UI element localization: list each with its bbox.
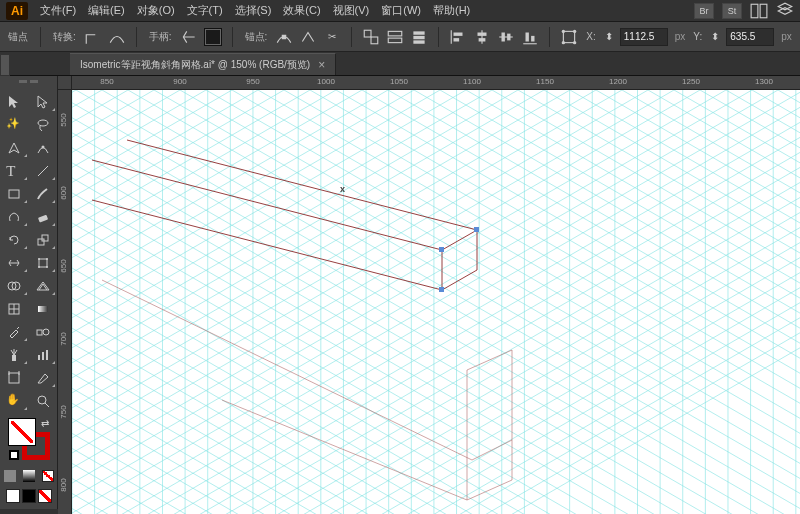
anchors-label: 锚点: — [245, 30, 268, 44]
y-field[interactable] — [726, 28, 774, 46]
swatch-none[interactable] — [38, 489, 52, 503]
show-handles-icon[interactable] — [180, 28, 198, 46]
ruler-origin[interactable] — [58, 76, 72, 90]
menu-edit[interactable]: 编辑(E) — [88, 3, 125, 18]
svg-rect-6 — [389, 38, 403, 43]
svg-line-256 — [127, 140, 477, 230]
menu-object[interactable]: 对象(O) — [137, 3, 175, 18]
zoom-tool[interactable] — [29, 389, 58, 412]
gpu-icon[interactable] — [776, 2, 794, 20]
svg-rect-51 — [9, 373, 19, 383]
toolbox: ✨ T ✋ ⇄ — [0, 76, 58, 509]
align-left-icon[interactable] — [449, 28, 467, 46]
menu-select[interactable]: 选择(S) — [235, 3, 272, 18]
swatch-black[interactable] — [22, 489, 36, 503]
align-to-pixel-icon[interactable] — [386, 28, 404, 46]
symbol-sprayer-tool[interactable] — [0, 343, 29, 366]
stock-button[interactable]: St — [722, 3, 742, 19]
type-tool[interactable]: T — [0, 159, 29, 182]
free-transform-tool[interactable] — [29, 251, 58, 274]
handles-swatch[interactable] — [204, 28, 222, 46]
remove-anchor-icon[interactable] — [275, 28, 293, 46]
svg-point-54 — [38, 396, 46, 404]
svg-rect-44 — [38, 306, 48, 312]
swap-fill-stroke-icon[interactable]: ⇄ — [41, 418, 49, 429]
y-link-icon[interactable]: ⬍ — [710, 28, 720, 46]
hand-tool[interactable]: ✋ — [0, 389, 29, 412]
ruler-tick: 600 — [59, 186, 68, 199]
collapsed-panel-tab[interactable] — [0, 54, 10, 76]
selection-tool[interactable] — [0, 90, 29, 113]
convert-corner-icon[interactable] — [84, 28, 102, 46]
x-unit: px — [675, 31, 686, 42]
curvature-tool[interactable] — [29, 136, 58, 159]
svg-rect-8 — [414, 35, 425, 38]
document-tab[interactable]: Isometric等距视角斜角网格.ai* @ 150% (RGB/预览) × — [70, 53, 336, 75]
isolate-icon[interactable] — [362, 28, 380, 46]
gradient-tool[interactable] — [29, 297, 58, 320]
menu-file[interactable]: 文件(F) — [40, 3, 76, 18]
menu-view[interactable]: 视图(V) — [333, 3, 370, 18]
convert-smooth-icon[interactable] — [108, 28, 126, 46]
ruler-vertical[interactable]: 550600650700750800 — [58, 90, 72, 514]
svg-rect-266 — [474, 227, 479, 232]
stack-icon[interactable] — [410, 28, 428, 46]
y-unit: px — [781, 31, 792, 42]
eraser-tool[interactable] — [29, 205, 58, 228]
control-bar: 锚点 转换: 手柄: 锚点: ✂ X: ⬍ px Y: ⬍ px — [0, 22, 800, 52]
x-link-icon[interactable]: ⬍ — [604, 28, 614, 46]
ruler-tick: 650 — [59, 259, 68, 272]
close-tab-icon[interactable]: × — [318, 58, 325, 72]
ruler-tick: 700 — [59, 332, 68, 345]
ruler-tick: 900 — [173, 77, 186, 86]
blend-tool[interactable] — [29, 320, 58, 343]
shaper-tool[interactable] — [0, 205, 29, 228]
artboard[interactable]: x — [72, 90, 800, 514]
width-tool[interactable] — [0, 251, 29, 274]
shape-builder-tool[interactable] — [0, 274, 29, 297]
arrange-docs-icon[interactable] — [750, 2, 768, 20]
toolbox-grip[interactable] — [0, 80, 57, 90]
svg-rect-2 — [282, 34, 287, 39]
rotate-tool[interactable] — [0, 228, 29, 251]
direct-selection-tool[interactable] — [29, 90, 58, 113]
swatch-white[interactable] — [6, 489, 20, 503]
perspective-grid-tool[interactable] — [29, 274, 58, 297]
svg-point-28 — [41, 145, 44, 148]
eyedropper-tool[interactable] — [0, 320, 29, 343]
column-graph-tool[interactable] — [29, 343, 58, 366]
default-fill-stroke-icon[interactable] — [9, 450, 19, 460]
align-hcenter-icon[interactable] — [473, 28, 491, 46]
x-field[interactable] — [620, 28, 668, 46]
ruler-tick: 950 — [246, 77, 259, 86]
align-bottom-icon[interactable] — [521, 28, 539, 46]
paintbrush-tool[interactable] — [29, 182, 58, 205]
gradient-mode-button[interactable] — [19, 464, 38, 487]
mesh-tool[interactable] — [0, 297, 29, 320]
magic-wand-tool[interactable]: ✨ — [0, 113, 29, 136]
artboard-tool[interactable] — [0, 366, 29, 389]
line-tool[interactable] — [29, 159, 58, 182]
align-vcenter-icon[interactable] — [497, 28, 515, 46]
lasso-tool[interactable] — [29, 113, 58, 136]
pen-tool[interactable] — [0, 136, 29, 159]
bridge-button[interactable]: Br — [694, 3, 714, 19]
menu-effect[interactable]: 效果(C) — [283, 3, 320, 18]
fill-swatch[interactable] — [8, 418, 36, 446]
menu-window[interactable]: 窗口(W) — [381, 3, 421, 18]
color-mode-button[interactable] — [0, 464, 19, 487]
connect-path-icon[interactable] — [299, 28, 317, 46]
none-mode-button[interactable] — [38, 464, 57, 487]
transform-icon[interactable] — [560, 28, 578, 46]
svg-point-37 — [38, 266, 40, 268]
cut-path-icon[interactable]: ✂ — [323, 28, 341, 46]
ruler-horizontal[interactable]: 8509009501000105011001150120012501300 — [72, 76, 800, 90]
rectangle-tool[interactable] — [0, 182, 29, 205]
menu-help[interactable]: 帮助(H) — [433, 3, 470, 18]
document-tab-bar: Isometric等距视角斜角网格.ai* @ 150% (RGB/预览) × — [0, 52, 800, 76]
scale-tool[interactable] — [29, 228, 58, 251]
menu-type[interactable]: 文字(T) — [187, 3, 223, 18]
svg-rect-47 — [12, 355, 16, 361]
slice-tool[interactable] — [29, 366, 58, 389]
svg-rect-34 — [39, 259, 47, 267]
